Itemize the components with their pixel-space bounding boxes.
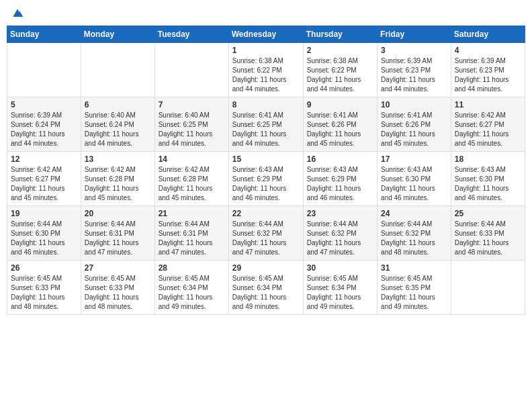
calendar-cell: 21Sunrise: 6:44 AM Sunset: 6:31 PM Dayli… <box>154 206 228 261</box>
day-number: 6 <box>85 100 151 109</box>
calendar-cell: 31Sunrise: 6:45 AM Sunset: 6:35 PM Dayli… <box>378 261 451 315</box>
calendar-cell <box>7 43 81 97</box>
day-number: 24 <box>381 209 447 218</box>
day-info: Sunrise: 6:38 AM Sunset: 6:22 PM Dayligh… <box>307 56 373 94</box>
calendar-cell: 19Sunrise: 6:44 AM Sunset: 6:30 PM Dayli… <box>7 206 81 261</box>
day-number: 23 <box>307 209 373 218</box>
calendar-cell: 12Sunrise: 6:42 AM Sunset: 6:27 PM Dayli… <box>7 152 81 206</box>
day-info: Sunrise: 6:41 AM Sunset: 6:26 PM Dayligh… <box>307 111 373 148</box>
day-info: Sunrise: 6:45 AM Sunset: 6:34 PM Dayligh… <box>159 274 225 312</box>
day-number: 26 <box>11 263 77 273</box>
day-info: Sunrise: 6:45 AM Sunset: 6:33 PM Dayligh… <box>85 274 151 312</box>
calendar-header-row: SundayMondayTuesdayWednesdayThursdayFrid… <box>7 26 525 43</box>
day-number: 30 <box>307 263 373 273</box>
calendar-cell: 27Sunrise: 6:45 AM Sunset: 6:33 PM Dayli… <box>81 261 154 315</box>
day-info: Sunrise: 6:42 AM Sunset: 6:28 PM Dayligh… <box>159 165 225 203</box>
calendar-cell <box>81 43 154 97</box>
day-of-week-header: Monday <box>81 26 154 43</box>
day-number: 27 <box>85 263 151 273</box>
day-of-week-header: Saturday <box>451 26 525 43</box>
calendar-cell: 22Sunrise: 6:44 AM Sunset: 6:32 PM Dayli… <box>228 206 303 261</box>
day-number: 7 <box>159 100 225 109</box>
day-number: 21 <box>159 209 225 218</box>
calendar-cell: 18Sunrise: 6:43 AM Sunset: 6:30 PM Dayli… <box>451 152 525 206</box>
day-info: Sunrise: 6:40 AM Sunset: 6:25 PM Dayligh… <box>159 111 225 148</box>
day-number: 1 <box>232 46 300 55</box>
day-number: 16 <box>307 154 373 164</box>
calendar-cell: 4Sunrise: 6:39 AM Sunset: 6:23 PM Daylig… <box>451 43 525 97</box>
day-number: 10 <box>381 100 447 109</box>
day-info: Sunrise: 6:44 AM Sunset: 6:30 PM Dayligh… <box>11 220 77 257</box>
calendar-cell <box>451 261 525 315</box>
day-number: 8 <box>232 100 300 109</box>
day-number: 29 <box>232 263 300 273</box>
calendar-cell: 29Sunrise: 6:45 AM Sunset: 6:34 PM Dayli… <box>228 261 303 315</box>
logo <box>9 7 24 20</box>
day-info: Sunrise: 6:45 AM Sunset: 6:35 PM Dayligh… <box>381 274 447 312</box>
day-of-week-header: Wednesday <box>228 26 303 43</box>
day-number: 17 <box>381 154 447 164</box>
day-number: 2 <box>307 46 373 55</box>
day-info: Sunrise: 6:43 AM Sunset: 6:30 PM Dayligh… <box>455 165 521 203</box>
calendar-cell: 26Sunrise: 6:45 AM Sunset: 6:33 PM Dayli… <box>7 261 81 315</box>
calendar-cell: 5Sunrise: 6:39 AM Sunset: 6:24 PM Daylig… <box>7 97 81 152</box>
day-info: Sunrise: 6:42 AM Sunset: 6:27 PM Dayligh… <box>11 165 77 203</box>
day-info: Sunrise: 6:45 AM Sunset: 6:33 PM Dayligh… <box>11 274 77 312</box>
calendar-cell: 16Sunrise: 6:43 AM Sunset: 6:29 PM Dayli… <box>303 152 377 206</box>
day-info: Sunrise: 6:44 AM Sunset: 6:32 PM Dayligh… <box>381 220 447 257</box>
calendar-cell: 11Sunrise: 6:42 AM Sunset: 6:27 PM Dayli… <box>451 97 525 152</box>
day-info: Sunrise: 6:44 AM Sunset: 6:31 PM Dayligh… <box>85 220 151 257</box>
day-number: 11 <box>455 100 521 109</box>
calendar-cell: 20Sunrise: 6:44 AM Sunset: 6:31 PM Dayli… <box>81 206 154 261</box>
calendar-cell: 30Sunrise: 6:45 AM Sunset: 6:34 PM Dayli… <box>303 261 377 315</box>
day-number: 20 <box>85 209 151 218</box>
day-info: Sunrise: 6:45 AM Sunset: 6:34 PM Dayligh… <box>307 274 373 312</box>
calendar-week-row: 26Sunrise: 6:45 AM Sunset: 6:33 PM Dayli… <box>7 261 525 315</box>
day-info: Sunrise: 6:44 AM Sunset: 6:33 PM Dayligh… <box>455 220 521 257</box>
day-info: Sunrise: 6:39 AM Sunset: 6:23 PM Dayligh… <box>455 56 521 94</box>
calendar-week-row: 12Sunrise: 6:42 AM Sunset: 6:27 PM Dayli… <box>7 152 525 206</box>
day-info: Sunrise: 6:39 AM Sunset: 6:23 PM Dayligh… <box>381 56 447 94</box>
day-info: Sunrise: 6:40 AM Sunset: 6:24 PM Dayligh… <box>85 111 151 148</box>
calendar-cell: 9Sunrise: 6:41 AM Sunset: 6:26 PM Daylig… <box>303 97 377 152</box>
day-info: Sunrise: 6:44 AM Sunset: 6:32 PM Dayligh… <box>307 220 373 257</box>
calendar-cell: 24Sunrise: 6:44 AM Sunset: 6:32 PM Dayli… <box>378 206 451 261</box>
page-header <box>7 7 525 20</box>
calendar-cell: 7Sunrise: 6:40 AM Sunset: 6:25 PM Daylig… <box>154 97 228 152</box>
calendar-cell: 25Sunrise: 6:44 AM Sunset: 6:33 PM Dayli… <box>451 206 525 261</box>
calendar-cell: 3Sunrise: 6:39 AM Sunset: 6:23 PM Daylig… <box>378 43 451 97</box>
calendar-cell: 2Sunrise: 6:38 AM Sunset: 6:22 PM Daylig… <box>303 43 377 97</box>
calendar-cell: 14Sunrise: 6:42 AM Sunset: 6:28 PM Dayli… <box>154 152 228 206</box>
calendar-cell: 1Sunrise: 6:38 AM Sunset: 6:22 PM Daylig… <box>228 43 303 97</box>
day-info: Sunrise: 6:43 AM Sunset: 6:30 PM Dayligh… <box>381 165 447 203</box>
day-info: Sunrise: 6:41 AM Sunset: 6:25 PM Dayligh… <box>232 111 300 148</box>
day-info: Sunrise: 6:45 AM Sunset: 6:34 PM Dayligh… <box>232 274 300 312</box>
day-of-week-header: Thursday <box>303 26 377 43</box>
day-number: 9 <box>307 100 373 109</box>
day-number: 13 <box>85 154 151 164</box>
logo-icon <box>11 7 24 20</box>
day-number: 5 <box>11 100 77 109</box>
calendar-cell: 15Sunrise: 6:43 AM Sunset: 6:29 PM Dayli… <box>228 152 303 206</box>
calendar-cell: 13Sunrise: 6:42 AM Sunset: 6:28 PM Dayli… <box>81 152 154 206</box>
calendar-cell: 28Sunrise: 6:45 AM Sunset: 6:34 PM Dayli… <box>154 261 228 315</box>
calendar-cell: 23Sunrise: 6:44 AM Sunset: 6:32 PM Dayli… <box>303 206 377 261</box>
day-number: 12 <box>11 154 77 164</box>
day-info: Sunrise: 6:41 AM Sunset: 6:26 PM Dayligh… <box>381 111 447 148</box>
day-info: Sunrise: 6:44 AM Sunset: 6:31 PM Dayligh… <box>159 220 225 257</box>
calendar-week-row: 19Sunrise: 6:44 AM Sunset: 6:30 PM Dayli… <box>7 206 525 261</box>
day-number: 14 <box>159 154 225 164</box>
day-info: Sunrise: 6:42 AM Sunset: 6:28 PM Dayligh… <box>85 165 151 203</box>
day-number: 22 <box>232 209 300 218</box>
day-number: 28 <box>159 263 225 273</box>
day-number: 25 <box>455 209 521 218</box>
day-of-week-header: Friday <box>378 26 451 43</box>
calendar-cell: 10Sunrise: 6:41 AM Sunset: 6:26 PM Dayli… <box>378 97 451 152</box>
day-number: 4 <box>455 46 521 55</box>
day-info: Sunrise: 6:42 AM Sunset: 6:27 PM Dayligh… <box>455 111 521 148</box>
calendar-week-row: 1Sunrise: 6:38 AM Sunset: 6:22 PM Daylig… <box>7 43 525 97</box>
calendar-week-row: 5Sunrise: 6:39 AM Sunset: 6:24 PM Daylig… <box>7 97 525 152</box>
day-info: Sunrise: 6:39 AM Sunset: 6:24 PM Dayligh… <box>11 111 77 148</box>
day-of-week-header: Sunday <box>7 26 81 43</box>
day-number: 18 <box>455 154 521 164</box>
